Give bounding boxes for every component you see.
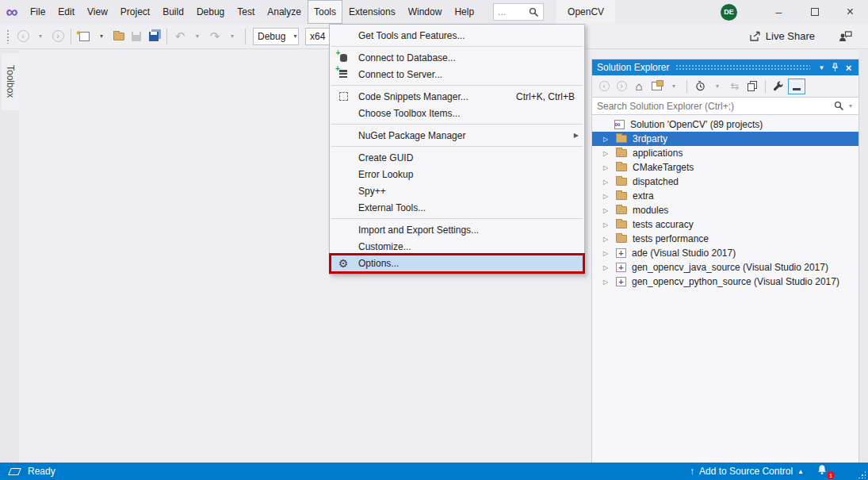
- save-button[interactable]: [128, 27, 144, 46]
- tools-menu-item-choose-toolbox-items[interactable]: Choose Toolbox Items...: [330, 105, 584, 121]
- sync-with-active-document-button[interactable]: ⇆: [727, 77, 743, 96]
- tools-menu-item-options[interactable]: ⚙Options...: [330, 255, 584, 271]
- menubar-item-file[interactable]: File: [24, 0, 52, 24]
- tree-row-modules[interactable]: ▷modules: [592, 203, 858, 217]
- switch-views-dropdown[interactable]: ▾: [666, 77, 682, 96]
- tools-menu-item-code-snippets-manager[interactable]: Code Snippets Manager...Ctrl+K, Ctrl+B: [330, 88, 584, 105]
- tree-row-tests-accuracy[interactable]: ▷tests accuracy: [592, 217, 858, 232]
- redo-dropdown[interactable]: ▾: [224, 27, 240, 46]
- search-input[interactable]: [597, 101, 834, 112]
- menubar-item-help[interactable]: Help: [448, 0, 480, 24]
- expand-arrow-icon[interactable]: ▷: [602, 150, 610, 157]
- tools-menu-item-import-and-export-settings[interactable]: Import and Export Settings...: [330, 221, 584, 238]
- caret-up-icon[interactable]: ▲: [797, 468, 804, 475]
- properties-button[interactable]: [770, 77, 786, 96]
- new-project-dropdown[interactable]: ▾: [94, 27, 109, 46]
- tools-menu-item-connect-to-database[interactable]: Connect to Database...: [330, 49, 584, 66]
- menubar-item-extensions[interactable]: Extensions: [342, 0, 402, 24]
- maximize-button[interactable]: [797, 0, 832, 24]
- tree-row-tests-performance[interactable]: ▷tests performance: [592, 232, 858, 246]
- live-share-button[interactable]: Live Share: [744, 28, 820, 44]
- tools-menu-item-error-lookup[interactable]: Error Lookup: [330, 166, 584, 182]
- pin-button[interactable]: [828, 60, 842, 75]
- tree-row-3rdparty[interactable]: ▷3rdparty: [592, 132, 858, 146]
- feedback-button[interactable]: [834, 29, 857, 44]
- tree-row-gen-opencv-java-source-visual-studio-2017[interactable]: ▷+gen_opencv_java_source (Visual Studio …: [592, 260, 858, 275]
- tools-menu-item-external-tools[interactable]: External Tools...: [330, 199, 584, 216]
- home-button[interactable]: ⌂: [631, 77, 647, 96]
- collapse-all-button[interactable]: [744, 77, 760, 96]
- minimize-button[interactable]: –: [761, 0, 797, 24]
- navigate-back-button[interactable]: ‹: [15, 27, 31, 46]
- open-file-button[interactable]: [111, 27, 127, 46]
- undo-dropdown[interactable]: ▾: [189, 27, 205, 46]
- toolbar-drag-grip[interactable]: [6, 29, 10, 44]
- menubar-item-debug[interactable]: Debug: [190, 0, 231, 24]
- quick-launch-text: ...: [498, 6, 529, 17]
- tools-menu-item-create-guid[interactable]: Create GUID: [330, 149, 584, 166]
- quick-launch-search[interactable]: ...: [493, 3, 544, 21]
- expand-arrow-icon[interactable]: ▷: [602, 221, 610, 228]
- solution-explorer-titlebar[interactable]: Solution Explorer ▼ ×: [592, 60, 858, 75]
- pending-changes-dropdown[interactable]: ▾: [709, 77, 725, 96]
- menu-item-label: Customize...: [358, 241, 584, 252]
- expand-arrow-icon[interactable]: ▷: [602, 207, 610, 214]
- add-to-source-control-button[interactable]: Add to Source Control: [699, 466, 793, 477]
- tree-row-cmaketargets[interactable]: ▷CMakeTargets: [592, 160, 858, 175]
- navigate-forward-button[interactable]: ›: [50, 27, 66, 46]
- expand-arrow-icon[interactable]: ▷: [602, 193, 610, 200]
- pending-changes-filter-button[interactable]: [692, 77, 708, 96]
- preview-selected-items-toggle[interactable]: [788, 77, 805, 96]
- redo-button[interactable]: ↷: [207, 27, 223, 46]
- expand-arrow-icon[interactable]: ▷: [602, 136, 610, 143]
- menubar-item-build[interactable]: Build: [156, 0, 190, 24]
- menubar-item-test[interactable]: Test: [231, 0, 261, 24]
- search-icon: [834, 101, 844, 111]
- expand-arrow-icon[interactable]: ▷: [602, 179, 610, 186]
- tree-row-dispatched[interactable]: ▷dispatched: [592, 175, 858, 189]
- expand-arrow-icon[interactable]: ▷: [602, 278, 610, 286]
- menu-item-label: Spy++: [358, 186, 584, 197]
- tools-menu-item-get-tools-and-features[interactable]: Get Tools and Features...: [330, 27, 584, 44]
- collapse-all-icon: [748, 83, 755, 91]
- menu-item-label: Choose Toolbox Items...: [358, 108, 584, 119]
- close-panel-button[interactable]: ×: [842, 60, 855, 75]
- back-button[interactable]: ‹: [596, 77, 612, 96]
- navigate-back-dropdown[interactable]: ▾: [33, 27, 48, 46]
- menubar-item-tools[interactable]: Tools: [308, 0, 342, 24]
- tools-menu-item-spy[interactable]: Spy++: [330, 182, 584, 199]
- tree-row-extra[interactable]: ▷extra: [592, 189, 858, 203]
- undo-button[interactable]: ↶: [172, 27, 188, 46]
- tools-menu-item-connect-to-server[interactable]: Connect to Server...: [330, 66, 584, 83]
- tree-row-ade-visual-studio-2017[interactable]: ▷+ade (Visual Studio 2017): [592, 246, 858, 260]
- notifications-button[interactable]: 1: [816, 464, 832, 478]
- tools-menu-item-customize[interactable]: Customize...: [330, 238, 584, 255]
- save-all-button[interactable]: [146, 27, 162, 46]
- resize-grip[interactable]: [858, 470, 866, 478]
- solution-configuration-combo[interactable]: Debug ▾: [253, 28, 299, 45]
- new-project-button[interactable]: [76, 27, 92, 46]
- menubar-item-window[interactable]: Window: [402, 0, 449, 24]
- titlebar-right-controls: DE – ×: [721, 0, 868, 24]
- switch-views-button[interactable]: [648, 77, 664, 96]
- expand-arrow-icon[interactable]: ▷: [602, 164, 610, 171]
- chevron-down-icon[interactable]: ▾: [847, 102, 854, 109]
- folder-icon: [616, 206, 627, 214]
- expand-arrow-icon[interactable]: ▷: [602, 236, 610, 243]
- menubar-item-edit[interactable]: Edit: [52, 0, 81, 24]
- tree-row-solution-opencv-89-projects[interactable]: ∞Solution 'OpenCV' (89 projects): [592, 117, 858, 132]
- expand-arrow-icon[interactable]: ▷: [602, 250, 610, 257]
- user-avatar[interactable]: DE: [721, 4, 737, 21]
- menubar-item-view[interactable]: View: [81, 0, 114, 24]
- tools-menu-item-nuget-package-manager[interactable]: NuGet Package Manager▶: [330, 127, 584, 144]
- tree-row-applications[interactable]: ▷applications: [592, 146, 858, 160]
- window-position-button[interactable]: ▼: [815, 60, 828, 75]
- tree-row-gen-opencv-python-source-visual-studio-2017[interactable]: ▷+gen_opencv_python_source (Visual Studi…: [592, 275, 858, 289]
- forward-button[interactable]: ›: [614, 77, 629, 96]
- toolbox-tab[interactable]: Toolbox: [2, 53, 19, 110]
- close-button[interactable]: ×: [832, 0, 868, 24]
- visual-studio-logo-icon: ∞: [0, 0, 24, 24]
- menubar-item-analyze[interactable]: Analyze: [261, 0, 308, 24]
- menubar-item-project[interactable]: Project: [114, 0, 156, 24]
- expand-arrow-icon[interactable]: ▷: [602, 264, 610, 271]
